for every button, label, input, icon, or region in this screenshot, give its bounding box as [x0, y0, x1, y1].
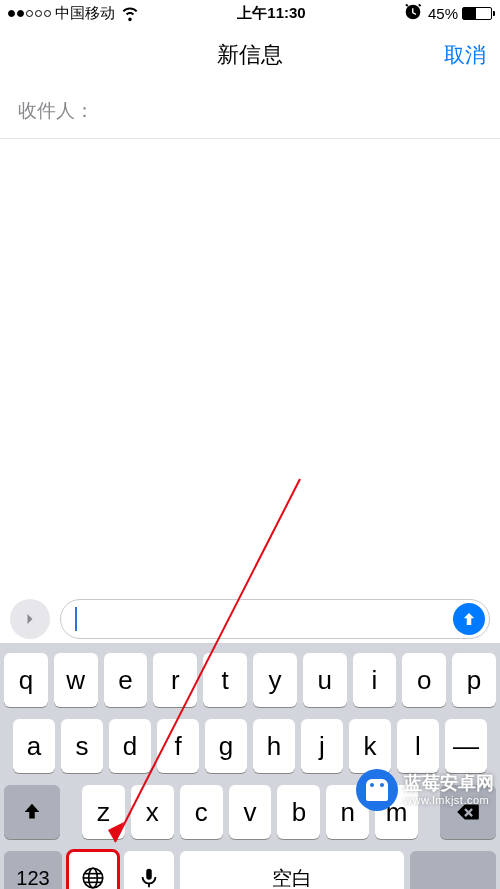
watermark-url: www.lmkjst.com — [404, 794, 494, 806]
key-z[interactable]: z — [82, 785, 125, 839]
numbers-key[interactable]: 123 — [4, 851, 62, 889]
wifi-icon — [119, 1, 141, 26]
key-h[interactable]: h — [253, 719, 295, 773]
status-right: 45% — [402, 1, 492, 26]
recipient-label: 收件人： — [18, 98, 94, 124]
alarm-icon — [402, 1, 424, 26]
key-s[interactable]: s — [61, 719, 103, 773]
message-input-row — [0, 595, 500, 643]
key-f[interactable]: f — [157, 719, 199, 773]
key-d[interactable]: d — [109, 719, 151, 773]
status-bar: 中国移动 上午11:30 45% — [0, 0, 500, 26]
key-b[interactable]: b — [277, 785, 320, 839]
status-time: 上午11:30 — [237, 4, 305, 23]
key-u[interactable]: u — [303, 653, 347, 707]
shift-key[interactable] — [4, 785, 60, 839]
key-dash[interactable]: — — [445, 719, 487, 773]
cancel-button[interactable]: 取消 — [444, 41, 486, 69]
key-e[interactable]: e — [104, 653, 148, 707]
key-i[interactable]: i — [353, 653, 397, 707]
key-x[interactable]: x — [131, 785, 174, 839]
globe-key[interactable] — [68, 851, 118, 889]
watermark: 蓝莓安卓网 www.lmkjst.com — [356, 769, 494, 811]
key-q[interactable]: q — [4, 653, 48, 707]
send-button[interactable] — [453, 603, 485, 635]
recipient-row[interactable]: 收件人： — [0, 83, 500, 139]
key-o[interactable]: o — [402, 653, 446, 707]
app-drawer-button[interactable] — [10, 599, 50, 639]
watermark-title: 蓝莓安卓网 — [404, 774, 494, 794]
key-w[interactable]: w — [54, 653, 98, 707]
keyboard-row-2: a s d f g h j k l — — [4, 719, 496, 773]
key-j[interactable]: j — [301, 719, 343, 773]
carrier-label: 中国移动 — [55, 4, 115, 23]
key-v[interactable]: v — [229, 785, 272, 839]
space-key[interactable]: 空白 — [180, 851, 404, 889]
battery-icon — [462, 7, 492, 20]
key-c[interactable]: c — [180, 785, 223, 839]
keyboard-row-1: q w e r t y u i o p — [4, 653, 496, 707]
keyboard-row-4: 123 空白 — [4, 851, 496, 889]
key-g[interactable]: g — [205, 719, 247, 773]
key-y[interactable]: y — [253, 653, 297, 707]
page-title: 新信息 — [217, 40, 283, 70]
keyboard: q w e r t y u i o p a s d f g h j k l — … — [0, 643, 500, 889]
key-r[interactable]: r — [153, 653, 197, 707]
key-a[interactable]: a — [13, 719, 55, 773]
key-t[interactable]: t — [203, 653, 247, 707]
message-thread — [0, 139, 500, 595]
watermark-logo — [356, 769, 398, 811]
text-cursor — [75, 607, 77, 631]
message-input[interactable] — [60, 599, 490, 639]
key-k[interactable]: k — [349, 719, 391, 773]
key-p[interactable]: p — [452, 653, 496, 707]
return-key[interactable] — [410, 851, 496, 889]
dictation-key[interactable] — [124, 851, 174, 889]
status-left: 中国移动 — [8, 1, 141, 26]
signal-dots — [8, 10, 51, 17]
key-l[interactable]: l — [397, 719, 439, 773]
nav-bar: 新信息 取消 — [0, 26, 500, 83]
battery-pct: 45% — [428, 5, 458, 22]
